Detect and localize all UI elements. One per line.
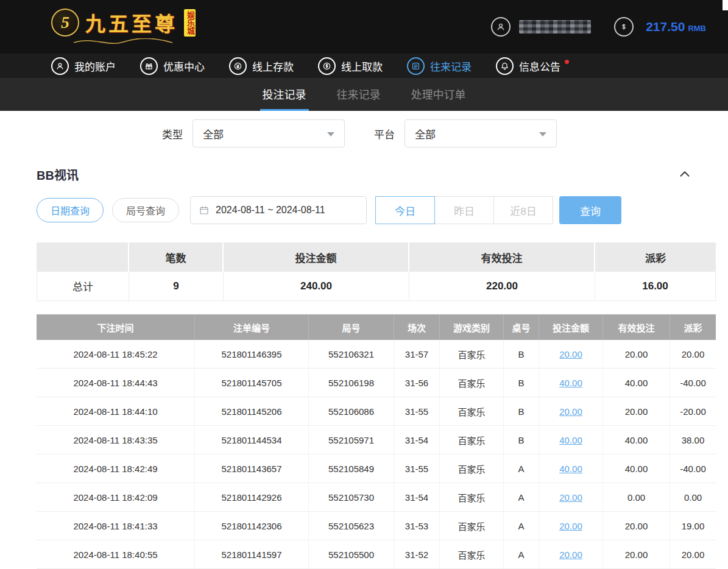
site-logo[interactable]: 5 九五至尊 娱乐城 bbox=[51, 8, 196, 46]
table-cell: 552105730 bbox=[309, 483, 394, 512]
table-cell: B bbox=[504, 369, 539, 397]
quick-day-group: 今日 昨日 近8日 bbox=[375, 196, 553, 224]
table-cell: 521801141597 bbox=[195, 540, 309, 569]
table-cell: 40.00 bbox=[603, 454, 670, 483]
table-cell: 20.00 bbox=[603, 540, 670, 569]
table-cell: 552105971 bbox=[309, 426, 394, 454]
table-cell: 552106086 bbox=[309, 397, 394, 426]
summary-header-cell: 派彩 bbox=[595, 242, 716, 272]
round-query-button[interactable]: 局号查询 bbox=[112, 198, 179, 222]
summary-header-cell: 投注金额 bbox=[224, 242, 409, 272]
logo-flourish-ornament bbox=[71, 38, 175, 46]
dollar-coin-icon bbox=[614, 17, 634, 37]
balance-currency: RMB bbox=[688, 24, 706, 33]
table-cell: A bbox=[504, 483, 539, 512]
type-select[interactable]: 全部 bbox=[193, 119, 345, 147]
table-cell: 38.00 bbox=[670, 426, 716, 454]
platform-filter-group: 平台 全部 bbox=[374, 119, 557, 147]
table-cell: 521801142306 bbox=[195, 512, 309, 540]
nav-item-label: 线上取款 bbox=[341, 58, 383, 74]
date-query-button[interactable]: 日期查询 bbox=[37, 198, 104, 222]
table-cell: 521801143657 bbox=[195, 454, 309, 483]
table-cell: 40.00 bbox=[539, 426, 603, 454]
summary-value-cell: 总计 bbox=[37, 272, 129, 301]
table-cell: 552105500 bbox=[309, 540, 394, 569]
collapse-section-button[interactable] bbox=[678, 168, 691, 181]
tab-processing-orders[interactable]: 处理中订单 bbox=[409, 78, 468, 111]
nav-item-transaction-records[interactable]: 往来记录 bbox=[407, 57, 472, 75]
search-button[interactable]: 查询 bbox=[559, 196, 621, 224]
yesterday-button[interactable]: 昨日 bbox=[434, 196, 494, 224]
table-cell: 19.00 bbox=[670, 512, 716, 540]
bet-amount-link[interactable]: 40.00 bbox=[559, 435, 582, 445]
summary-value-cell: 240.00 bbox=[224, 272, 409, 301]
notification-dot bbox=[565, 60, 569, 64]
table-cell: 2024-08-11 18:40:55 bbox=[37, 540, 195, 569]
table-header-row: 下注时间注单编号局号场次游戏类别桌号投注金额有效投注派彩 bbox=[37, 314, 716, 340]
table-cell: 552105623 bbox=[309, 512, 394, 540]
nav-item-my-account[interactable]: 我的账户 bbox=[51, 57, 116, 75]
summary-header-row: 笔数投注金额有效投注派彩 bbox=[37, 242, 716, 272]
table-cell: 40.00 bbox=[539, 369, 603, 397]
table-cell: 31-54 bbox=[394, 483, 440, 512]
avatar-icon[interactable] bbox=[491, 17, 511, 37]
summary-header-cell bbox=[37, 242, 129, 272]
bet-amount-link[interactable]: 40.00 bbox=[559, 464, 582, 474]
table-cell: 31-54 bbox=[394, 426, 440, 454]
table-cell: -40.00 bbox=[670, 369, 716, 397]
date-range-value: 2024-08-11 ~ 2024-08-11 bbox=[216, 205, 325, 216]
logo-brand-text: 九五至尊 bbox=[85, 8, 178, 37]
table-row: 2024-08-11 18:42:09521801142926552105730… bbox=[37, 483, 716, 512]
records-icon bbox=[407, 57, 425, 75]
date-range-input[interactable]: 2024-08-11 ~ 2024-08-11 bbox=[190, 196, 367, 224]
nav-item-online-deposit[interactable]: 线上存款 bbox=[229, 57, 294, 75]
nav-item-label: 线上存款 bbox=[252, 58, 294, 74]
table-cell: 百家乐 bbox=[440, 369, 504, 397]
nav-item-online-withdrawal[interactable]: 线上取款 bbox=[318, 57, 383, 75]
query-toolbar: 日期查询 局号查询 2024-08-11 ~ 2024-08-11 今日 昨日 … bbox=[37, 196, 691, 224]
last-8-days-button[interactable]: 近8日 bbox=[493, 196, 553, 224]
table-header-cell: 注单编号 bbox=[195, 314, 309, 340]
table-cell: 20.00 bbox=[670, 540, 716, 569]
table-header-cell: 下注时间 bbox=[37, 314, 195, 340]
bet-amount-link[interactable]: 20.00 bbox=[559, 406, 582, 417]
today-button[interactable]: 今日 bbox=[375, 196, 435, 224]
tab-bet-records[interactable]: 投注记录 bbox=[260, 78, 309, 111]
bet-amount-link[interactable]: 20.00 bbox=[559, 521, 582, 531]
table-cell: -20.00 bbox=[670, 397, 716, 426]
bet-records-table: 下注时间注单编号局号场次游戏类别桌号投注金额有效投注派彩 2024-08-11 … bbox=[37, 314, 716, 569]
table-cell: 31-56 bbox=[394, 369, 440, 397]
table-cell: 40.00 bbox=[603, 426, 670, 454]
table-header-cell: 局号 bbox=[309, 314, 394, 340]
table-cell: 31-52 bbox=[394, 540, 440, 569]
bet-amount-link[interactable]: 20.00 bbox=[559, 492, 582, 503]
bet-amount-link[interactable]: 20.00 bbox=[559, 550, 582, 560]
bet-amount-link[interactable]: 20.00 bbox=[559, 349, 582, 359]
filter-row: 类型 全部 平台 全部 bbox=[162, 119, 728, 147]
bet-amount-link[interactable]: 40.00 bbox=[559, 378, 582, 388]
table-cell: 40.00 bbox=[539, 454, 603, 483]
logo-emblem: 5 bbox=[51, 9, 79, 37]
nav-item-promotions[interactable]: 优惠中心 bbox=[140, 57, 205, 75]
table-header-cell: 派彩 bbox=[670, 314, 716, 340]
table-cell: 20.00 bbox=[539, 540, 603, 569]
table-cell: 40.00 bbox=[603, 369, 670, 397]
platform-select[interactable]: 全部 bbox=[405, 119, 557, 147]
type-filter-group: 类型 全部 bbox=[162, 119, 345, 147]
table-cell: B bbox=[504, 426, 539, 454]
table-cell: 31-57 bbox=[394, 340, 440, 369]
table-cell: 20.00 bbox=[603, 397, 670, 426]
table-cell: 2024-08-11 18:44:43 bbox=[37, 369, 195, 397]
table-cell: 20.00 bbox=[603, 512, 670, 540]
nav-item-announcements[interactable]: 信息公告 bbox=[496, 57, 569, 75]
summary-header-cell: 有效投注 bbox=[409, 242, 595, 272]
calendar-icon bbox=[199, 205, 210, 216]
platform-select-value: 全部 bbox=[415, 126, 436, 141]
tab-transaction-records[interactable]: 往来记录 bbox=[334, 78, 383, 111]
summary-value-cell: 220.00 bbox=[409, 272, 595, 301]
table-cell: 百家乐 bbox=[440, 397, 504, 426]
page: 5 九五至尊 娱乐城 217.50 RMB 我的账户优惠中心线上存款线上取款往来… bbox=[0, 0, 728, 569]
table-cell: 20.00 bbox=[539, 397, 603, 426]
platform-filter-label: 平台 bbox=[374, 126, 395, 141]
section-title: BB视讯 bbox=[37, 166, 79, 183]
